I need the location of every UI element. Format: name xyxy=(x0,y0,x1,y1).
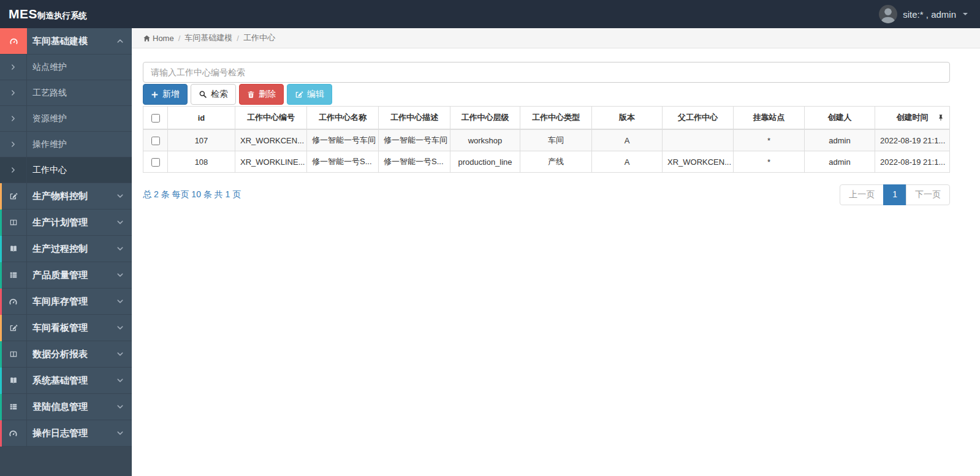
sidebar-subitem-0-4[interactable]: 工作中心 xyxy=(0,157,132,183)
search-input[interactable] xyxy=(143,62,950,83)
accent-stripe xyxy=(0,236,2,262)
sidebar-item-3[interactable]: 生产过程控制 xyxy=(0,236,132,262)
logo-text-secondary: 制造执行系统 xyxy=(37,10,87,21)
plus-icon xyxy=(151,91,159,99)
column-header-7[interactable]: 父工作中心 xyxy=(663,107,734,130)
sidebar-item-label: 系统基础管理 xyxy=(32,375,88,387)
row-checkbox[interactable] xyxy=(151,158,160,167)
page-body: 新增 检索 删除 编辑 id工作中心编号工作中心名称工作中心描述工作中心层级工作… xyxy=(132,48,980,205)
sidebar-item-label: 产品质量管理 xyxy=(32,270,88,281)
sidebar-subitem-label: 资源维护 xyxy=(32,113,67,124)
pagination-next[interactable]: 下一页 xyxy=(906,184,950,205)
sidebar-item-label: 操作日志管理 xyxy=(32,428,88,439)
search-button[interactable]: 检索 xyxy=(191,84,236,105)
column-header-6[interactable]: 版本 xyxy=(592,107,663,130)
delete-button[interactable]: 删除 xyxy=(239,84,284,105)
sidebar-item-4[interactable]: 产品质量管理 xyxy=(0,262,132,289)
accent-stripe xyxy=(0,183,2,210)
main-content: Home / 车间基础建模 / 工作中心 新增 检索 删除 编辑 xyxy=(132,28,980,476)
column-header-1[interactable]: 工作中心编号 xyxy=(235,107,307,130)
edit-button[interactable]: 编辑 xyxy=(287,84,332,105)
sidebar-item-label: 登陆信息管理 xyxy=(32,401,88,413)
pin-icon[interactable] xyxy=(937,114,944,121)
cell: XR_WORKCEN... xyxy=(235,129,307,151)
sidebar-item-label: 生产物料控制 xyxy=(32,191,88,202)
pagination-summary: 总 2 条 每页 10 条 共 1 页 xyxy=(143,189,241,200)
column-header-3[interactable]: 工作中心描述 xyxy=(379,107,450,130)
sidebar-item-1[interactable]: 生产物料控制 xyxy=(0,183,132,210)
column-header-2[interactable]: 工作中心名称 xyxy=(307,107,379,130)
cell: * xyxy=(734,151,805,173)
user-menu[interactable]: site:* , admin xyxy=(879,5,968,23)
sidebar-item-10[interactable]: 操作日志管理 xyxy=(0,420,132,447)
sidebar-item-9[interactable]: 登陆信息管理 xyxy=(0,394,132,420)
search-icon xyxy=(199,90,207,99)
cell: 108 xyxy=(168,151,235,173)
sidebar-subitem-0-2[interactable]: 资源维护 xyxy=(0,106,132,132)
column-header-9[interactable]: 创建人 xyxy=(805,107,875,130)
sidebar-item-label: 车间看板管理 xyxy=(32,322,88,334)
sidebar-item-label: 数据分析报表 xyxy=(32,349,88,360)
sidebar-item-6[interactable]: 车间看板管理 xyxy=(0,315,132,341)
cell: 修一智能一号S... xyxy=(379,151,450,173)
th-list-icon xyxy=(0,394,27,420)
add-button[interactable]: 新增 xyxy=(143,84,188,105)
top-navbar: MES制造执行系统 site:* , admin xyxy=(0,0,980,28)
row-checkbox[interactable] xyxy=(151,137,160,145)
sidebar-subitem-0-0[interactable]: 站点维护 xyxy=(0,55,132,80)
add-button-label: 新增 xyxy=(162,89,180,100)
th-list-icon xyxy=(0,262,27,288)
cell: 107 xyxy=(168,129,235,151)
sidebar-subitem-label: 站点维护 xyxy=(32,62,67,73)
pencil-square-icon xyxy=(0,183,27,209)
accent-stripe xyxy=(0,368,2,394)
toolbar: 新增 检索 删除 编辑 xyxy=(143,84,950,105)
edit-button-label: 编辑 xyxy=(307,89,324,100)
table-wrap: id工作中心编号工作中心名称工作中心描述工作中心层级工作中心类型版本父工作中心挂… xyxy=(143,106,950,173)
chevron-down-icon xyxy=(116,324,124,331)
chevron-down-icon xyxy=(116,377,124,384)
cell: admin xyxy=(805,129,875,151)
column-header-10[interactable]: 创建时间 xyxy=(875,107,950,130)
breadcrumb-section[interactable]: 车间基础建模 xyxy=(184,32,232,43)
cell: 修一智能一号车间 xyxy=(379,129,450,151)
sidebar-item-7[interactable]: 数据分析报表 xyxy=(0,341,132,368)
sidebar-item-5[interactable]: 车间库存管理 xyxy=(0,289,132,315)
column-header-8[interactable]: 挂靠站点 xyxy=(734,107,805,130)
sidebar-subitem-label: 操作维护 xyxy=(32,139,67,150)
column-header-5[interactable]: 工作中心类型 xyxy=(520,107,592,130)
column-header-4[interactable]: 工作中心层级 xyxy=(450,107,520,130)
column-header-0[interactable]: id xyxy=(168,107,235,130)
chevron-down-icon xyxy=(116,429,124,437)
caret-down-icon xyxy=(963,13,968,15)
breadcrumb: Home / 车间基础建模 / 工作中心 xyxy=(132,28,980,48)
accent-stripe xyxy=(0,262,2,289)
pagination-prev[interactable]: 上一页 xyxy=(840,184,884,205)
book-icon xyxy=(0,236,27,262)
chevron-down-icon xyxy=(116,350,124,358)
breadcrumb-home-link[interactable]: Home xyxy=(143,34,174,43)
accent-stripe xyxy=(0,210,2,236)
table-row[interactable]: 107XR_WORKCEN...修一智能一号车间修一智能一号车间workshop… xyxy=(143,129,950,151)
columns-icon xyxy=(0,341,27,367)
pagination-page-1[interactable]: 1 xyxy=(883,184,906,205)
table-row[interactable]: 108XR_WORKLINE...修一智能一号S...修一智能一号S...pro… xyxy=(143,151,950,173)
chevron-right-icon xyxy=(0,132,27,157)
sidebar-subitem-0-1[interactable]: 工艺路线 xyxy=(0,80,132,106)
select-all-checkbox[interactable] xyxy=(151,114,160,123)
dashboard-icon xyxy=(0,28,27,54)
cell: admin xyxy=(805,151,875,173)
sidebar-item-8[interactable]: 系统基础管理 xyxy=(0,368,132,394)
columns-icon xyxy=(0,210,27,235)
sidebar-item-0[interactable]: 车间基础建模 xyxy=(0,28,132,55)
cell: A xyxy=(592,129,663,151)
sidebar-subitem-0-3[interactable]: 操作维护 xyxy=(0,132,132,157)
user-label: site:* , admin xyxy=(903,9,956,20)
chevron-right-icon xyxy=(0,157,27,183)
cell: 车间 xyxy=(520,129,592,151)
cell: 修一智能一号S... xyxy=(307,151,379,173)
dashboard-icon xyxy=(0,289,27,314)
breadcrumb-separator: / xyxy=(237,34,239,43)
work-center-table: id工作中心编号工作中心名称工作中心描述工作中心层级工作中心类型版本父工作中心挂… xyxy=(143,106,950,173)
sidebar-item-2[interactable]: 生产计划管理 xyxy=(0,210,132,236)
